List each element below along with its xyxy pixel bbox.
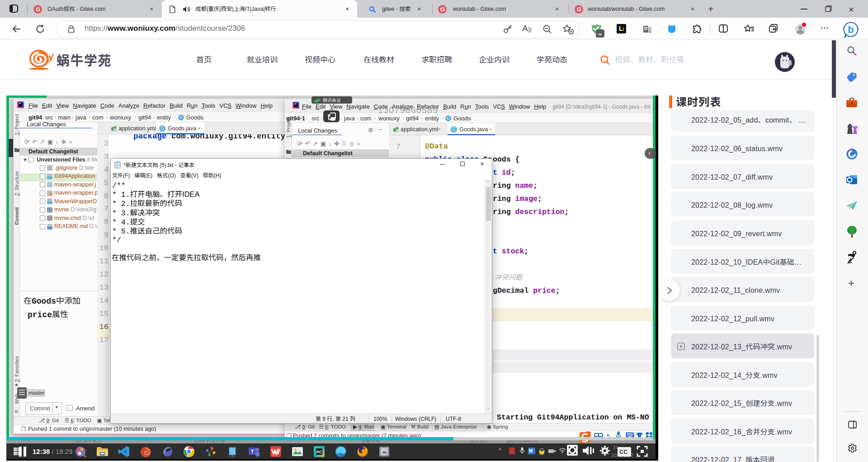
svg-text:b: b [848,24,854,35]
svg-text:PC: PC [316,450,322,454]
svg-text:T: T [251,449,254,454]
svg-text:∞: ∞ [599,31,602,37]
